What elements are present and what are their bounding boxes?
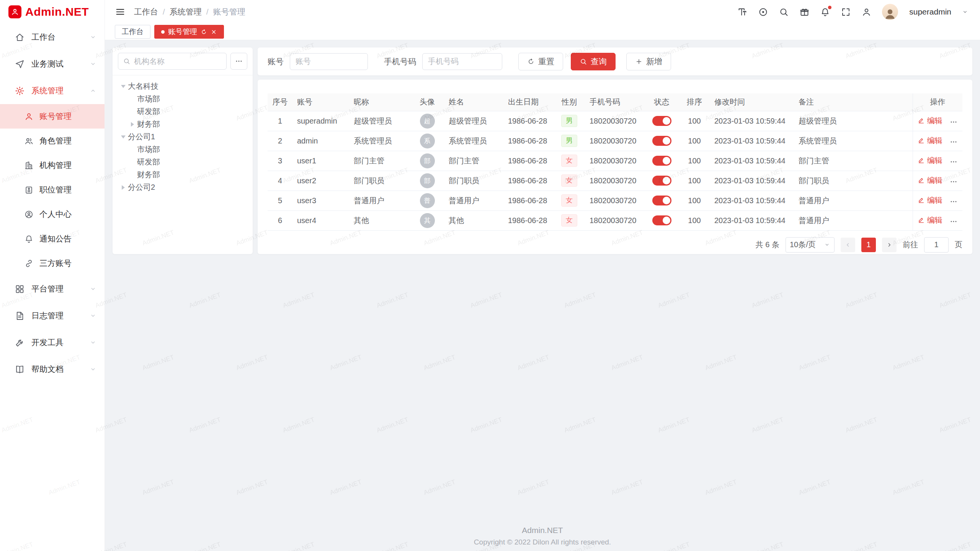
sidebar-item[interactable]: 帮助文档	[0, 356, 105, 383]
sort-cell: 100	[679, 191, 710, 210]
chevron-down-icon	[89, 365, 97, 373]
sidebar-item[interactable]: 工作台	[0, 24, 105, 51]
status-toggle[interactable]	[652, 176, 671, 186]
row-more-button[interactable]	[949, 217, 958, 226]
tree-node[interactable]: 财务部	[116, 118, 250, 130]
tree-node[interactable]: 研发部	[116, 105, 250, 118]
avatar-cell: 其	[410, 210, 444, 230]
phone-filter-input[interactable]	[422, 53, 502, 70]
logo-icon	[8, 5, 21, 18]
logo[interactable]: Admin.NET	[0, 0, 105, 24]
collapse-menu-button[interactable]	[115, 7, 126, 17]
sidebar-item[interactable]: 业务测试	[0, 51, 105, 77]
modified-cell: 2023-01-03 10:59:44	[710, 151, 794, 171]
prev-page-button[interactable]	[841, 238, 855, 252]
add-button[interactable]: 新增	[626, 53, 671, 70]
name-cell: 普通用户	[444, 191, 503, 210]
next-page-button[interactable]	[882, 238, 897, 252]
tab-refresh-icon[interactable]	[201, 29, 207, 35]
breadcrumb-item[interactable]: 工作台	[134, 7, 158, 17]
tree-more-button[interactable]	[230, 53, 247, 70]
sidebar-item[interactable]: 日志管理	[0, 302, 105, 329]
tree-node-label: 研发部	[137, 106, 160, 117]
row-more-button[interactable]	[949, 118, 958, 126]
reset-button[interactable]: 重置	[518, 53, 563, 70]
edit-button[interactable]: 编辑	[918, 155, 942, 166]
sidebar-subitem-label: 职位管理	[39, 184, 72, 195]
thirdparty-icon	[24, 259, 34, 268]
actions-cell: 编辑	[913, 131, 962, 151]
caret-right-icon[interactable]	[119, 183, 128, 192]
tree-node[interactable]: 财务部	[116, 168, 250, 181]
edit-icon	[918, 177, 925, 184]
notification-button[interactable]	[820, 7, 830, 17]
sidebar-subitem[interactable]: 个人中心	[0, 202, 105, 227]
chevron-up-icon	[89, 87, 97, 95]
edit-button[interactable]: 编辑	[918, 116, 942, 126]
tab-account-management[interactable]: 账号管理	[154, 25, 224, 39]
chevron-left-icon	[844, 241, 851, 248]
edit-button[interactable]: 编辑	[918, 195, 942, 205]
sidebar-subitem[interactable]: 职位管理	[0, 178, 105, 202]
personal-icon	[24, 210, 34, 219]
status-toggle[interactable]	[652, 196, 671, 205]
account-filter-input[interactable]	[290, 53, 368, 70]
sidebar-subitem[interactable]: 三方账号	[0, 251, 105, 276]
tree-node[interactable]: 分公司2	[116, 181, 250, 194]
phone-cell: 18020030720	[585, 151, 644, 171]
tree-node[interactable]: 研发部	[116, 156, 250, 168]
tab-close-icon[interactable]	[211, 29, 217, 35]
chevron-down-icon[interactable]	[962, 8, 969, 15]
sidebar-subitem[interactable]: 角色管理	[0, 129, 105, 153]
sidebar-subitem[interactable]: 机构管理	[0, 153, 105, 178]
edit-button[interactable]: 编辑	[918, 175, 942, 186]
status-toggle[interactable]	[652, 156, 671, 166]
status-toggle[interactable]	[652, 116, 671, 126]
page-size-select[interactable]: 10条/页	[786, 237, 835, 253]
component-size-button[interactable]	[758, 7, 768, 17]
org-search-input[interactable]	[134, 57, 222, 66]
phone-cell: 18020030720	[585, 171, 644, 191]
page-number-button[interactable]: 1	[861, 238, 876, 252]
avatar[interactable]	[882, 4, 898, 20]
sidebar-item[interactable]: 系统管理	[0, 77, 105, 104]
row-more-button[interactable]	[949, 197, 958, 206]
search-icon	[779, 7, 789, 17]
sidebar-item[interactable]: 开发工具	[0, 329, 105, 356]
row-more-button[interactable]	[949, 138, 958, 146]
accounts-table-card: 序号账号昵称头像姓名出生日期性别手机号码状态排序修改时间备注操作 1supera…	[258, 80, 972, 254]
status-toggle[interactable]	[652, 215, 671, 225]
edit-button[interactable]: 编辑	[918, 135, 942, 146]
chevron-down-icon	[824, 241, 830, 248]
goto-page-input[interactable]	[924, 237, 949, 253]
row-avatar: 普	[420, 193, 435, 208]
sidebar-subitem[interactable]: 通知公告	[0, 227, 105, 251]
status-toggle[interactable]	[652, 136, 671, 146]
font-size-button[interactable]	[737, 7, 748, 17]
phone-cell: 18020030720	[585, 210, 644, 230]
edit-button[interactable]: 编辑	[918, 215, 942, 225]
row-more-button[interactable]	[949, 178, 958, 186]
search-button[interactable]	[779, 7, 789, 17]
tree-node[interactable]: 市场部	[116, 93, 250, 105]
username[interactable]: superadmin	[909, 7, 951, 16]
sidebar-subitem[interactable]: 账号管理	[0, 104, 105, 129]
caret-slot	[128, 95, 137, 104]
row-more-button[interactable]	[949, 158, 958, 166]
caret-down-icon[interactable]	[119, 132, 128, 142]
fullscreen-button[interactable]	[841, 7, 851, 17]
chevron-down-icon	[89, 285, 97, 293]
theme-button[interactable]	[799, 7, 810, 17]
avatar-cell: 超	[410, 111, 444, 131]
caret-right-icon[interactable]	[128, 120, 137, 129]
lock-screen-button[interactable]	[861, 7, 872, 17]
tree-node[interactable]: 大名科技	[116, 80, 250, 93]
caret-down-icon[interactable]	[119, 82, 128, 91]
tab-workbench[interactable]: 工作台	[115, 25, 150, 39]
tree-node[interactable]: 分公司1	[116, 130, 250, 143]
role-icon	[24, 136, 34, 146]
sidebar-item[interactable]: 平台管理	[0, 276, 105, 302]
search-button[interactable]: 查询	[571, 53, 616, 70]
breadcrumb-item[interactable]: 系统管理	[170, 7, 202, 17]
tree-node[interactable]: 市场部	[116, 143, 250, 156]
